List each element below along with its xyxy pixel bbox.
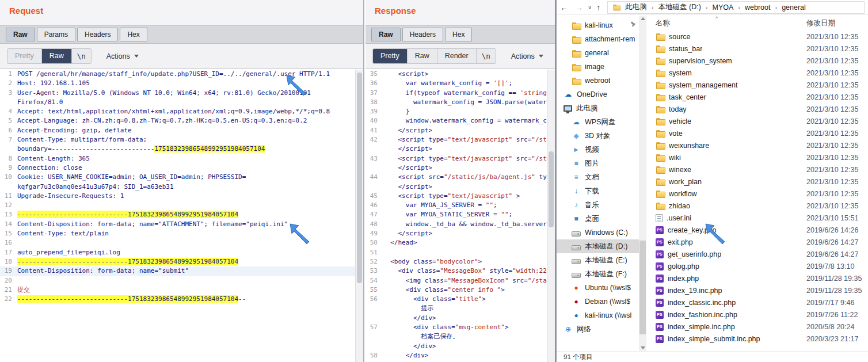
code-line[interactable]: 19Content-Disposition: form-data; name="… bbox=[0, 266, 355, 276]
code-line[interactable]: </script> bbox=[366, 182, 547, 192]
code-line[interactable]: 16 bbox=[0, 238, 355, 247]
sidebar-item[interactable]: ☁WPS网盘 bbox=[557, 115, 639, 129]
request-scrollbar-thumb[interactable] bbox=[357, 73, 362, 283]
sidebar-item[interactable]: general bbox=[557, 46, 639, 60]
response-raw-button[interactable]: Raw bbox=[408, 49, 437, 63]
sidebar-item[interactable]: ⊕网络 bbox=[557, 322, 639, 336]
code-line[interactable]: 41 </script> bbox=[366, 126, 547, 135]
code-line[interactable]: 44 <script src="/static/js/ba/agent.js" … bbox=[366, 173, 547, 182]
code-line[interactable]: 10Cookie: USER_NAME_COOKIE=admin; OA_USE… bbox=[0, 173, 355, 182]
request-scrollbar[interactable] bbox=[355, 70, 363, 362]
breadcrumb-item[interactable]: 本地磁盘 (D:) bbox=[658, 2, 701, 12]
sidebar-item[interactable]: ●Ubuntu (\\wsl$ bbox=[557, 281, 639, 295]
file-row[interactable]: source2021/3/10 12:35 bbox=[646, 31, 868, 43]
sidebar-scrollbar[interactable] bbox=[639, 16, 646, 351]
code-line[interactable]: 3User-Agent: Mozilla/5.0 (Windows NT 10.… bbox=[0, 89, 355, 98]
sidebar-item[interactable]: webroot bbox=[557, 74, 639, 87]
file-row[interactable]: index_fashion.inc.php2019/7/26 11:22 bbox=[646, 308, 868, 321]
sidebar-item[interactable]: ≡文档 bbox=[557, 170, 639, 184]
code-line[interactable]: 提示 bbox=[366, 304, 547, 313]
code-line[interactable]: 39 } bbox=[366, 107, 547, 116]
file-row[interactable]: winexe2021/3/10 12:35 bbox=[646, 163, 868, 176]
response-actions-button[interactable]: Actions bbox=[505, 49, 549, 63]
file-row[interactable]: workflow2021/3/10 12:35 bbox=[646, 188, 868, 200]
file-row[interactable]: zhidao2021/3/10 12:35 bbox=[646, 200, 868, 212]
sidebar-item[interactable]: Windows (C:) bbox=[557, 226, 639, 239]
request-actions-button[interactable]: Actions bbox=[101, 49, 144, 63]
file-row[interactable]: wiki2021/3/10 12:35 bbox=[646, 151, 868, 163]
code-line[interactable]: 56 <div class="title"> bbox=[366, 295, 547, 304]
request-raw-button[interactable]: Raw bbox=[42, 49, 72, 63]
response-newline-button[interactable]: \n bbox=[477, 49, 496, 63]
code-line[interactable]: 9Connection: close bbox=[0, 163, 355, 173]
column-header-name[interactable]: 名称 bbox=[656, 18, 806, 28]
file-row[interactable]: index_simple.inc.php2020/5/8 20:24 bbox=[646, 321, 868, 333]
scroll-down-icon[interactable] bbox=[641, 346, 645, 349]
response-render-button[interactable]: Render bbox=[437, 49, 477, 63]
file-row[interactable]: status_bar2021/3/10 12:35 bbox=[646, 43, 868, 55]
code-line[interactable]: kqfgar7u3c0anq0es41u3u67p4; SID_1=a63eb3… bbox=[0, 182, 355, 192]
request-tab-params[interactable]: Params bbox=[37, 28, 75, 41]
request-tab-raw[interactable]: Raw bbox=[6, 28, 35, 41]
sidebar-item[interactable]: ☁OneDrive bbox=[557, 87, 639, 101]
code-line[interactable]: </script> bbox=[366, 144, 547, 154]
sidebar-item[interactable]: ■桌面 bbox=[557, 212, 639, 226]
address-bar[interactable]: 此电脑›本地磁盘 (D:)›MYOA›webroot›general bbox=[607, 1, 865, 14]
code-line[interactable]: 50 </head> bbox=[366, 238, 547, 247]
sidebar-item[interactable]: ●kali-linux (\\wsl bbox=[557, 308, 639, 322]
file-row[interactable]: task_center2021/3/10 12:35 bbox=[646, 91, 868, 103]
code-line[interactable]: 18-----------------------------175183239… bbox=[0, 257, 355, 266]
sidebar-item[interactable]: image bbox=[557, 60, 639, 74]
breadcrumb-item[interactable]: webroot bbox=[745, 3, 770, 12]
code-line[interactable]: </div> bbox=[366, 314, 547, 323]
up-button[interactable]: ↑ bbox=[593, 3, 604, 12]
file-row[interactable]: get_userinfo.php2019/6/26 14:27 bbox=[646, 248, 868, 260]
code-line[interactable]: 45 <script type="text/javascript" > bbox=[366, 192, 547, 201]
code-line[interactable]: 47 var MYOA_STATIC_SERVER = ""; bbox=[366, 210, 547, 219]
sidebar-item[interactable]: ↓下载 bbox=[557, 184, 639, 198]
code-line[interactable]: 11Upgrade-Insecure-Requests: 1 bbox=[0, 192, 355, 201]
scroll-up-icon[interactable] bbox=[641, 17, 645, 20]
code-line[interactable]: 54 <img class="MessageBoxIcon" src="/sta… bbox=[366, 276, 547, 285]
code-line[interactable]: 8Content-Length: 365 bbox=[0, 154, 355, 163]
code-line[interactable]: 40 window.watermark_config = watermark_c… bbox=[366, 116, 547, 125]
code-line[interactable]: 7Content-Type: multipart/form-data; bbox=[0, 135, 355, 144]
column-header-date[interactable]: 修改日期 bbox=[806, 18, 868, 28]
code-line[interactable]: 1POST /general/hr/manage/staff_info/upda… bbox=[0, 70, 355, 79]
sidebar-item[interactable]: 本地磁盘 (D:) bbox=[557, 239, 639, 253]
code-line[interactable]: 13-----------------------------175183239… bbox=[0, 210, 355, 219]
code-line[interactable]: 52 <body class="bodycolor"> bbox=[366, 257, 547, 266]
request-newline-button[interactable]: \n bbox=[72, 49, 91, 63]
response-tab-headers[interactable]: Headers bbox=[402, 28, 443, 41]
code-line[interactable]: 36 var watermark_config = '[]'; bbox=[366, 79, 547, 88]
response-tab-raw[interactable]: Raw bbox=[371, 28, 401, 41]
code-line[interactable]: 43 <script type="text/javascript" src="/… bbox=[366, 154, 547, 163]
request-tab-headers[interactable]: Headers bbox=[77, 28, 118, 41]
file-row[interactable]: vote2021/3/10 12:35 bbox=[646, 127, 868, 139]
response-pretty-button[interactable]: Pretty bbox=[373, 49, 408, 63]
code-line[interactable]: 42 <script type="text/javascript" src="/… bbox=[366, 135, 547, 144]
file-row[interactable]: create_key.php2019/6/26 14:26 bbox=[646, 224, 868, 236]
code-line[interactable]: 46 var MYOA_JS_SERVER = ""; bbox=[366, 201, 547, 210]
sidebar-item[interactable]: ◆3D 对象 bbox=[557, 129, 639, 143]
request-editor[interactable]: 1POST /general/hr/manage/staff_info/upda… bbox=[0, 70, 355, 362]
file-row[interactable]: golog.php2019/7/8 13:10 bbox=[646, 260, 868, 272]
sidebar-item[interactable]: 本地磁盘 (E:) bbox=[557, 253, 639, 267]
code-line[interactable]: 57 <div class="msg-content"> bbox=[366, 323, 547, 332]
history-dropdown-icon[interactable]: ∨ bbox=[587, 4, 593, 10]
file-row[interactable]: supervision_system2021/3/10 12:35 bbox=[646, 55, 868, 67]
sidebar-item[interactable]: ♪音乐 bbox=[557, 198, 639, 212]
code-line[interactable]: 51 bbox=[366, 248, 547, 257]
forward-button[interactable]: → bbox=[572, 3, 587, 12]
code-line[interactable]: 4Accept: text/html,application/xhtml+xml… bbox=[0, 107, 355, 116]
file-row[interactable]: exit.php2019/6/26 14:27 bbox=[646, 236, 868, 248]
code-line[interactable]: 49 </script> bbox=[366, 229, 547, 238]
code-line[interactable]: 37 if(typeof watermark_config == 'string… bbox=[366, 89, 547, 98]
code-line[interactable]: 20 bbox=[0, 276, 355, 285]
file-row[interactable]: .user.ini2021/3/10 15:51 bbox=[646, 212, 868, 224]
file-row[interactable]: weixunshare2021/3/10 12:35 bbox=[646, 139, 868, 151]
file-row[interactable]: vehicle2021/3/10 12:35 bbox=[646, 115, 868, 127]
code-line[interactable]: 档案已保存。 bbox=[366, 332, 547, 341]
sidebar-scrollbar-thumb[interactable] bbox=[639, 241, 646, 334]
sidebar-item[interactable]: 本地磁盘 (F:) bbox=[557, 267, 639, 281]
